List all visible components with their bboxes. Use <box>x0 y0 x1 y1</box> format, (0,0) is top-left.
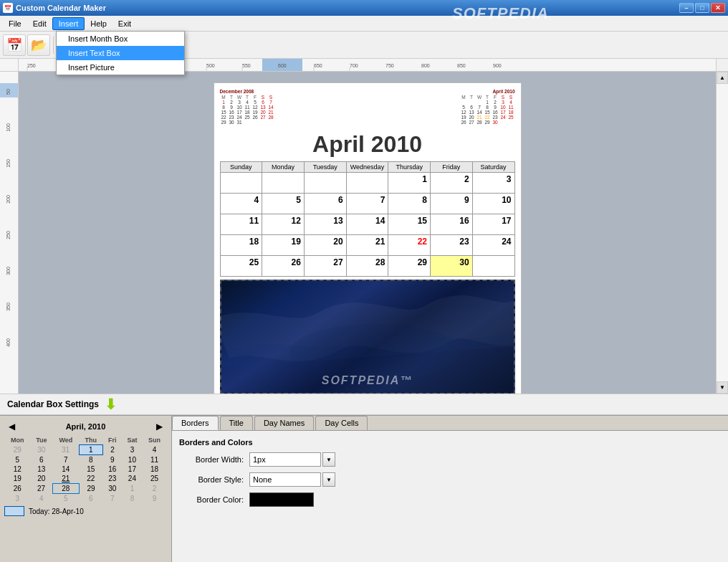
svg-text:350: 350 <box>6 303 11 311</box>
mini-day-cell[interactable]: 14 <box>52 465 79 474</box>
col-wed: Wednesday <box>346 162 388 173</box>
svg-text:550: 550 <box>242 63 251 68</box>
tab-title[interactable]: Title <box>220 416 253 430</box>
svg-text:700: 700 <box>350 63 358 68</box>
menu-file[interactable]: File <box>3 18 27 29</box>
today-text: Today: 28-Apr-10 <box>29 508 84 515</box>
mini-day-cell[interactable]: 18 <box>143 465 167 474</box>
status-bar: Calendar Box Settings ⬇ <box>0 394 728 415</box>
day-cell: 20 <box>304 235 346 256</box>
mini-day-cell[interactable]: 4 <box>30 494 52 504</box>
tab-day-cells[interactable]: Day Cells <box>315 416 368 430</box>
mini-day-cell[interactable]: 12 <box>4 465 30 474</box>
border-color-label: Border Color: <box>179 495 244 504</box>
mini-day-cell[interactable]: 1 <box>79 445 102 455</box>
mini-day-cell[interactable]: 1 <box>122 484 142 494</box>
minimize-button[interactable]: – <box>679 3 694 13</box>
mini-day-cell[interactable]: 3 <box>4 494 30 504</box>
mini-day-cell[interactable]: 6 <box>30 455 52 465</box>
mini-day-cell[interactable]: 3 <box>122 445 142 455</box>
mini-day-cell[interactable]: 22 <box>79 474 102 484</box>
mini-day-cell[interactable]: 25 <box>143 474 167 484</box>
menu-insert[interactable]: Insert <box>52 17 85 30</box>
border-color-picker[interactable] <box>249 492 314 507</box>
title-bar: 📅 Custom Calendar Maker SOFTPEDIA – □ ✕ <box>0 0 728 16</box>
day-cell: 21 <box>346 235 388 256</box>
insert-month-box[interactable]: Insert Month Box <box>57 32 184 46</box>
mini-day-cell[interactable]: 13 <box>30 465 52 474</box>
menu-edit[interactable]: Edit <box>27 18 52 29</box>
toolbar-sep-1 <box>53 37 54 54</box>
border-width-arrow[interactable]: ▼ <box>322 452 335 467</box>
mini-day-cell[interactable]: 4 <box>143 445 167 455</box>
svg-text:200: 200 <box>6 195 11 204</box>
border-style-arrow[interactable]: ▼ <box>322 472 335 487</box>
mini-day-cell[interactable]: 20 <box>30 474 52 484</box>
svg-text:500: 500 <box>206 63 215 68</box>
mini-day-cell[interactable]: 6 <box>79 494 102 504</box>
mini-day-cell[interactable]: 19 <box>4 474 30 484</box>
mini-day-cell[interactable]: 10 <box>122 455 142 465</box>
mini-day-cell[interactable]: 29 <box>79 484 102 494</box>
mini-day-cell[interactable]: 5 <box>4 455 30 465</box>
mini-day-cell[interactable]: 28 <box>52 484 79 494</box>
border-width-select: ▼ <box>249 452 335 467</box>
bottom-panel: ◀ April, 2010 ▶ Mon Tue Wed Thu Fri Sat … <box>0 415 728 562</box>
day-cell: 6 <box>304 194 346 214</box>
border-style-label: Border Style: <box>179 475 244 484</box>
menu-help[interactable]: Help <box>85 18 112 29</box>
mini-day-cell[interactable]: 30 <box>30 445 52 455</box>
toolbar-calendar-btn[interactable]: 📅 <box>3 34 26 56</box>
mini-calendar-panel: ◀ April, 2010 ▶ Mon Tue Wed Thu Fri Sat … <box>0 416 172 562</box>
mini-day-cell[interactable]: 24 <box>122 474 142 484</box>
mini-day-cell[interactable]: 27 <box>30 484 52 494</box>
mini-day-cell[interactable]: 5 <box>52 494 79 504</box>
border-width-input[interactable] <box>249 452 321 467</box>
ruler-left: 50 100 150 200 250 300 350 400 <box>0 72 19 394</box>
svg-text:150: 150 <box>6 159 11 168</box>
maximize-button[interactable]: □ <box>695 3 709 13</box>
day-cell: 27 <box>304 256 346 277</box>
section-title: Borders and Colors <box>179 438 721 447</box>
mini-col-mon: Mon <box>4 436 30 445</box>
close-button[interactable]: ✕ <box>711 3 725 13</box>
tab-day-names[interactable]: Day Names <box>254 416 314 430</box>
border-color-row: Border Color: <box>179 492 721 507</box>
table-row: 25 26 27 28 29 30 <box>220 256 514 277</box>
mini-day-cell[interactable]: 2 <box>143 484 167 494</box>
mini-day-cell[interactable]: 7 <box>102 494 122 504</box>
mini-day-cell[interactable]: 11 <box>143 455 167 465</box>
mini-day-cell[interactable]: 29 <box>4 445 30 455</box>
mini-day-cell[interactable]: 31 <box>52 445 79 455</box>
mini-day-cell[interactable]: 16 <box>102 465 122 474</box>
mini-day-cell[interactable]: 8 <box>79 455 102 465</box>
table-row: 18 19 20 21 22 23 24 <box>220 235 514 256</box>
mini-col-thu: Thu <box>79 436 102 445</box>
settings-panel: Borders Title Day Names Day Cells Border… <box>172 416 728 562</box>
svg-text:300: 300 <box>6 267 11 275</box>
prev-month-button[interactable]: ◀ <box>4 420 19 433</box>
mini-col-sat: Sat <box>122 436 142 445</box>
mini-day-cell[interactable]: 9 <box>102 455 122 465</box>
mini-day-cell[interactable]: 23 <box>102 474 122 484</box>
menu-exit[interactable]: Exit <box>112 18 137 29</box>
mini-day-cell[interactable]: 17 <box>122 465 142 474</box>
mini-day-cell[interactable]: 26 <box>4 484 30 494</box>
scrollbar-right[interactable]: ▲ ▼ <box>716 72 728 394</box>
insert-picture[interactable]: Insert Picture <box>57 60 184 75</box>
toolbar-open-btn[interactable]: 📂 <box>27 34 50 56</box>
col-tue: Tuesday <box>304 162 346 173</box>
mini-day-cell[interactable]: 21 <box>52 474 79 484</box>
mini-day-cell[interactable]: 7 <box>52 455 79 465</box>
next-month-button[interactable]: ▶ <box>152 420 167 433</box>
canvas-area[interactable]: December 2008 MTWTFSS 1234567 8910111213… <box>19 72 716 394</box>
svg-point-34 <box>289 324 461 381</box>
mini-day-cell[interactable]: 2 <box>102 445 122 455</box>
mini-day-cell[interactable]: 9 <box>143 494 167 504</box>
tab-borders[interactable]: Borders <box>172 416 219 430</box>
border-style-input[interactable] <box>249 472 321 487</box>
insert-text-box[interactable]: Insert Text Box <box>57 46 184 60</box>
mini-day-cell[interactable]: 8 <box>122 494 142 504</box>
mini-day-cell[interactable]: 15 <box>79 465 102 474</box>
mini-day-cell[interactable]: 30 <box>102 484 122 494</box>
